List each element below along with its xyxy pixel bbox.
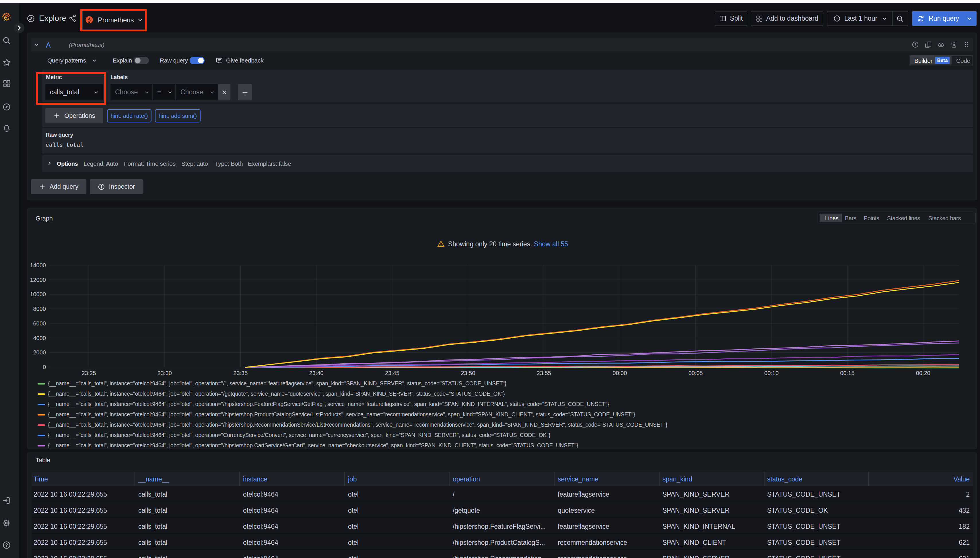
svg-text:23:50: 23:50 <box>461 370 475 376</box>
svg-text:23:30: 23:30 <box>158 370 172 376</box>
svg-text:00:00: 00:00 <box>613 370 627 376</box>
svg-text:00:20: 00:20 <box>916 370 931 376</box>
svg-text:0: 0 <box>43 364 46 370</box>
svg-text:12000: 12000 <box>30 277 46 283</box>
svg-text:6000: 6000 <box>33 320 46 327</box>
svg-text:23:45: 23:45 <box>385 370 400 376</box>
svg-text:?: ? <box>914 43 917 47</box>
svg-text:23:25: 23:25 <box>82 370 96 376</box>
svg-text:00:05: 00:05 <box>689 370 703 376</box>
svg-text:14000: 14000 <box>30 262 46 268</box>
svg-text:?: ? <box>5 543 8 548</box>
svg-text:00:15: 00:15 <box>840 370 854 376</box>
svg-text:00:10: 00:10 <box>764 370 779 376</box>
svg-text:10000: 10000 <box>30 291 46 297</box>
svg-text:2000: 2000 <box>33 349 46 356</box>
svg-text:4000: 4000 <box>33 335 46 341</box>
svg-text:23:55: 23:55 <box>537 370 551 376</box>
svg-text:23:35: 23:35 <box>233 370 248 376</box>
svg-text:23:40: 23:40 <box>309 370 324 376</box>
svg-text:8000: 8000 <box>33 306 46 312</box>
